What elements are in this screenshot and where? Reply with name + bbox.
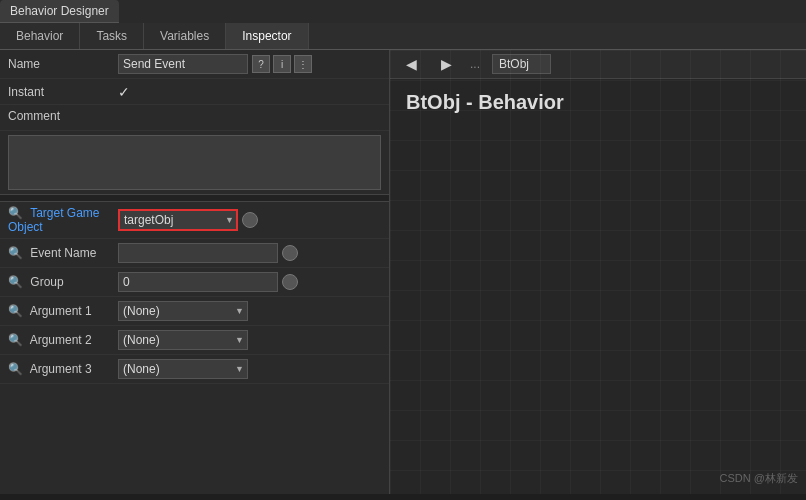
- tab-inspector[interactable]: Inspector: [226, 23, 308, 49]
- argument3-select[interactable]: (None): [118, 359, 248, 379]
- group-circle-btn[interactable]: [282, 274, 298, 290]
- tab-bar: Behavior Tasks Variables Inspector: [0, 23, 806, 50]
- target-game-object-label: 🔍 Target Game Object: [8, 206, 118, 234]
- argument1-label: 🔍 Argument 1: [8, 304, 118, 318]
- canvas-grid: [390, 50, 806, 494]
- comment-row: Comment: [0, 105, 389, 131]
- tab-variables[interactable]: Variables: [144, 23, 226, 49]
- name-row: Name ? i ⋮: [0, 50, 389, 79]
- comment-label: Comment: [8, 109, 118, 123]
- argument3-row: 🔍 Argument 3 (None): [0, 355, 389, 384]
- instant-checkmark[interactable]: ✓: [118, 84, 130, 100]
- event-name-row: 🔍 Event Name: [0, 239, 389, 268]
- argument2-row: 🔍 Argument 2 (None): [0, 326, 389, 355]
- event-name-circle-btn[interactable]: [282, 245, 298, 261]
- name-label: Name: [8, 57, 118, 71]
- instant-label: Instant: [8, 85, 118, 99]
- argument1-dropdown-wrapper: (None): [118, 301, 248, 321]
- behavior-canvas: ◀ ▶ ... BtObj BtObj - Behavior Send Even…: [390, 50, 806, 494]
- group-input[interactable]: [118, 272, 278, 292]
- target-circle-btn[interactable]: [242, 212, 258, 228]
- target-select-wrapper: targetObj: [118, 209, 238, 231]
- argument2-dropdown-wrapper: (None): [118, 330, 248, 350]
- argument2-select[interactable]: (None): [118, 330, 248, 350]
- event-name-input[interactable]: [118, 243, 278, 263]
- info-button[interactable]: i: [273, 55, 291, 73]
- group-label: 🔍 Group: [8, 275, 118, 289]
- window-title: Behavior Designer: [0, 0, 119, 23]
- search-icon-target: 🔍: [8, 206, 23, 220]
- search-icon-event: 🔍: [8, 246, 23, 260]
- comment-textarea[interactable]: [8, 135, 381, 190]
- argument3-dropdown-wrapper: (None): [118, 359, 248, 379]
- separator: [0, 194, 389, 202]
- search-icon-arg1: 🔍: [8, 304, 23, 318]
- more-button[interactable]: ⋮: [294, 55, 312, 73]
- search-icon-group: 🔍: [8, 275, 23, 289]
- target-game-object-row: 🔍 Target Game Object targetObj: [0, 202, 389, 239]
- argument3-label: 🔍 Argument 3: [8, 362, 118, 376]
- name-input[interactable]: [118, 54, 248, 74]
- target-select[interactable]: targetObj: [118, 209, 238, 231]
- search-icon-arg2: 🔍: [8, 333, 23, 347]
- group-row: 🔍 Group: [0, 268, 389, 297]
- inspector-panel: Name ? i ⋮ Instant ✓ Comment 🔍 Target Ga…: [0, 50, 390, 494]
- help-button[interactable]: ?: [252, 55, 270, 73]
- tab-tasks[interactable]: Tasks: [80, 23, 144, 49]
- argument2-label: 🔍 Argument 2: [8, 333, 118, 347]
- watermark: CSDN @林新发: [720, 471, 798, 486]
- argument1-row: 🔍 Argument 1 (None): [0, 297, 389, 326]
- argument1-select[interactable]: (None): [118, 301, 248, 321]
- tab-behavior[interactable]: Behavior: [0, 23, 80, 49]
- search-icon-arg3: 🔍: [8, 362, 23, 376]
- instant-row: Instant ✓: [0, 79, 389, 105]
- event-name-label: 🔍 Event Name: [8, 246, 118, 260]
